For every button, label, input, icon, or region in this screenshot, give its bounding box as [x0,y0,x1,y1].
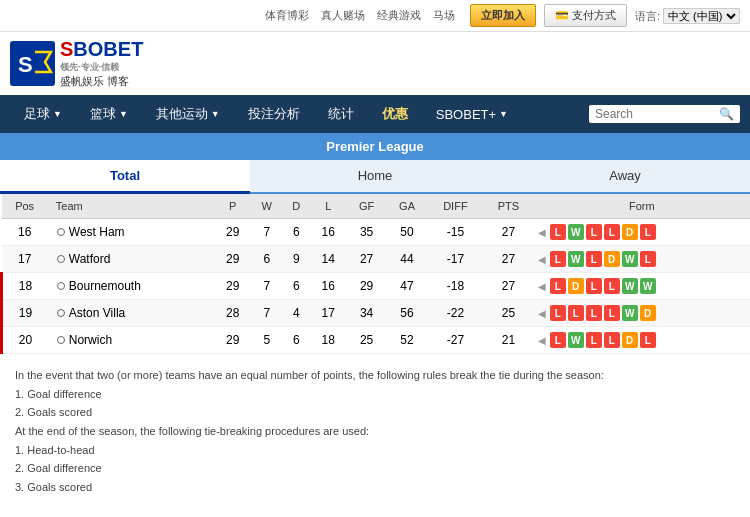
during-rule-1: 1. Goal difference [15,385,735,404]
d-cell: 9 [283,246,310,273]
form-badge: L [586,278,602,294]
table-row: 18 Bournemouth 29 7 6 16 29 47 -18 27 ◀L… [2,273,751,300]
form-badge: L [550,332,566,348]
end-rule-2: 2. Goal difference [15,459,735,478]
p-cell: 28 [214,300,251,327]
team-dot [57,228,65,236]
col-pos: Pos [2,194,48,219]
d-cell: 6 [283,327,310,354]
p-cell: 29 [214,246,251,273]
pos-cell: 20 [2,327,48,354]
team-cell: Bournemouth [48,273,215,300]
payment-button[interactable]: 💳 支付方式 [544,4,627,27]
diff-cell: -27 [428,327,484,354]
table-row: 19 Aston Villa 28 7 4 17 34 56 -22 25 ◀L… [2,300,751,327]
main-content: Premier League Total Home Away Pos Team … [0,133,750,517]
form-badge: L [604,305,620,321]
logo-subtitle: 盛帆娱乐 博客 [60,74,143,89]
search-box: 🔍 [589,105,740,123]
team-dot [57,255,65,263]
l-cell: 14 [310,246,347,273]
table-row: 16 West Ham 29 7 6 16 35 50 -15 27 ◀LWLL… [2,219,751,246]
nav-other-sports[interactable]: 其他运动 ▼ [142,95,234,133]
end-rule-1: 1. Head-to-head [15,441,735,460]
col-p: P [214,194,251,219]
chevron-down-icon: ▼ [53,109,62,119]
standings-table: Pos Team P W D L GF GA DIFF PTS Form 16 … [0,194,750,354]
l-cell: 16 [310,219,347,246]
form-arrow-icon: ◀ [538,335,546,346]
form-badge: L [586,305,602,321]
diff-cell: -22 [428,300,484,327]
notes-section: In the event that two (or more) teams ha… [0,354,750,509]
col-d: D [283,194,310,219]
col-pts: PTS [483,194,533,219]
p-cell: 29 [214,273,251,300]
form-badge: L [604,224,620,240]
nav-bar: 足球 ▼ 篮球 ▼ 其他运动 ▼ 投注分析 统计 优惠 SBOBET+ ▼ 🔍 [0,95,750,133]
team-cell: West Ham [48,219,215,246]
form-badge: D [568,278,584,294]
form-arrow-icon: ◀ [538,254,546,265]
w-cell: 5 [251,327,283,354]
pts-cell: 27 [483,219,533,246]
table-row: 20 Norwich 29 5 6 18 25 52 -27 21 ◀LWLLD… [2,327,751,354]
language-select[interactable]: 中文 (中国) [663,8,740,24]
form-badge: L [550,224,566,240]
form-badge: D [622,332,638,348]
l-cell: 17 [310,300,347,327]
col-w: W [251,194,283,219]
form-arrow-icon: ◀ [538,227,546,238]
form-badge: L [640,332,656,348]
nav-football[interactable]: 足球 ▼ [10,95,76,133]
league-title: Premier League [0,133,750,160]
tab-away[interactable]: Away [500,160,750,192]
tiebreak-end-text: At the end of the season, the following … [15,422,735,441]
p-cell: 29 [214,219,251,246]
w-cell: 7 [251,300,283,327]
nav-analysis[interactable]: 投注分析 [234,95,314,133]
language-selector[interactable]: 语言: 中文 (中国) [635,8,740,24]
gf-cell: 29 [347,273,387,300]
top-link-classic[interactable]: 经典游戏 [377,8,421,23]
logo[interactable]: S SBOBET 领先·专业·信赖 盛帆娱乐 博客 [10,38,143,89]
search-icon[interactable]: 🔍 [719,107,734,121]
top-link-live[interactable]: 真人赌场 [321,8,365,23]
nav-basketball[interactable]: 篮球 ▼ [76,95,142,133]
form-cell: ◀LWLLDL [534,219,750,246]
gf-cell: 25 [347,327,387,354]
form-badge: L [586,332,602,348]
form-badge: W [622,305,638,321]
deposit-button[interactable]: 立即加入 [470,4,536,27]
search-input[interactable] [595,107,715,121]
table-header-row: Pos Team P W D L GF GA DIFF PTS Form [2,194,751,219]
nav-promotions[interactable]: 优惠 [368,95,422,133]
top-link-sports[interactable]: 体育博彩 [265,8,309,23]
form-badge: D [604,251,620,267]
tab-total[interactable]: Total [0,160,250,194]
top-bar-right: 立即加入 💳 支付方式 语言: 中文 (中国) [470,4,740,27]
nav-stats[interactable]: 统计 [314,95,368,133]
form-badge: L [640,251,656,267]
ga-cell: 44 [387,246,428,273]
ga-cell: 50 [387,219,428,246]
nav-sbobet-plus[interactable]: SBOBET+ ▼ [422,97,522,132]
diff-cell: -17 [428,246,484,273]
form-badge: W [568,251,584,267]
form-badge: L [586,224,602,240]
during-rule-2: 2. Goals scored [15,403,735,422]
team-cell: Watford [48,246,215,273]
w-cell: 6 [251,246,283,273]
form-cell: ◀LWLLDL [534,327,750,354]
form-badge: L [550,278,566,294]
top-link-racing[interactable]: 马场 [433,8,455,23]
logo-icon: S [10,41,55,86]
pos-cell: 19 [2,300,48,327]
diff-cell: -15 [428,219,484,246]
tab-home[interactable]: Home [250,160,500,192]
col-l: L [310,194,347,219]
payment-icon: 💳 [555,9,569,21]
ga-cell: 56 [387,300,428,327]
form-cell: ◀LWLDWL [534,246,750,273]
col-diff: DIFF [428,194,484,219]
